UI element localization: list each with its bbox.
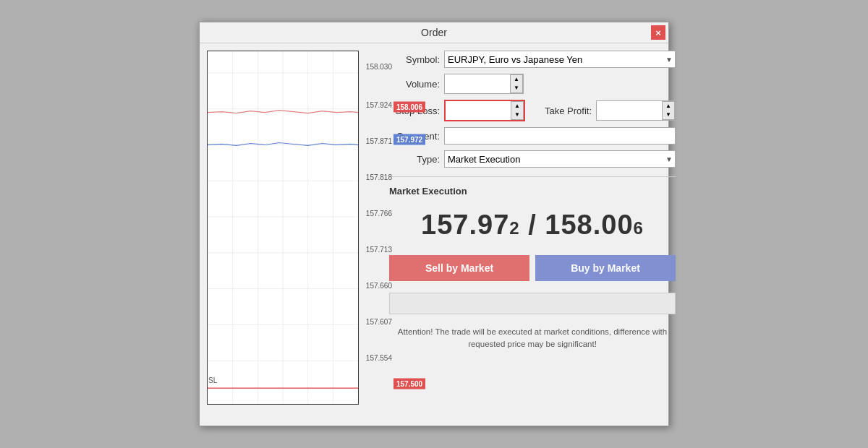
chart-label-5: 157.766 [366,210,392,217]
buy-by-market-button[interactable]: Buy by Market [535,255,676,281]
bid-price-main: 157.97 [421,210,509,240]
dialog-content: 158.030 157.924 157.871 157.818 157.766 … [200,43,668,414]
volume-down-button[interactable]: ▼ [511,84,522,92]
take-profit-label: Take Profit: [534,105,592,116]
attention-text: Attention! The trade will be executed at… [389,326,676,351]
chart-svg [208,51,358,404]
sl-tp-row: Stop Loss: 157.500 ▲ ▼ Take Profit: 0.00… [389,100,676,121]
chart-label-3: 157.871 [366,137,392,145]
take-profit-down-button[interactable]: ▼ [663,111,674,119]
take-profit-spinner-buttons: ▲ ▼ [662,101,675,120]
type-select[interactable]: Market Execution [444,150,676,168]
stop-loss-input[interactable]: 157.500 [446,101,511,120]
volume-input[interactable]: 1.00 [445,74,510,92]
dialog-title: Order [421,27,447,38]
stop-loss-up-button[interactable]: ▲ [511,102,523,111]
form-divider [389,176,676,177]
chart-label-1: 158.030 [366,63,392,71]
ask-price-small: 6 [634,218,644,238]
volume-up-button[interactable]: ▲ [511,75,522,84]
ask-price-main: 158.00 [545,210,633,240]
volume-spinner: 1.00 ▲ ▼ [444,74,524,94]
sell-by-market-button[interactable]: Sell by Market [389,255,529,281]
price-separator: / [528,210,545,240]
comment-row: Comment: [389,127,676,145]
sl-chart-label: SL [208,376,217,384]
symbol-label: Symbol: [389,54,440,65]
volume-label: Volume: [389,79,440,90]
type-row: Type: Market Execution ▼ [389,150,676,168]
take-profit-up-button[interactable]: ▲ [663,102,674,111]
chart-label-6: 157.713 [366,246,392,254]
close-button[interactable]: × [651,25,665,40]
chart-label-9: 157.554 [366,354,392,362]
type-label: Type: [389,154,440,165]
comment-input[interactable] [444,127,676,145]
symbol-select-wrapper: EURJPY, Euro vs Japanese Yen ▼ [444,51,676,68]
title-bar: Order × [200,22,668,43]
stop-loss-spinner-buttons: ▲ ▼ [511,101,524,120]
chart-area: 158.030 157.924 157.871 157.818 157.766 … [207,51,373,407]
trade-buttons: Sell by Market Buy by Market [389,255,676,281]
symbol-select[interactable]: EURJPY, Euro vs Japanese Yen [444,51,676,68]
price-display: 157.972 / 158.006 [389,210,676,241]
neutral-button[interactable] [389,293,676,314]
stop-loss-down-button[interactable]: ▼ [511,111,523,119]
price-chart [207,51,359,405]
form-area: Symbol: EURJPY, Euro vs Japanese Yen ▼ V… [382,51,676,407]
chart-label-4: 157.818 [366,173,392,181]
chart-price-labels: 158.030 157.924 157.871 157.818 157.766 … [360,51,392,405]
chart-label-8: 157.607 [366,318,392,326]
sl-badge: 157.500 [393,379,425,389]
volume-spinner-buttons: ▲ ▼ [510,74,523,93]
volume-row: Volume: 1.00 ▲ ▼ [389,74,676,94]
market-execution-label: Market Execution [389,186,676,197]
chart-label-2: 157.924 [366,101,392,109]
chart-label-7: 157.660 [366,282,392,290]
bid-badge: 157.972 [393,134,425,145]
ask-badge: 158.006 [393,102,425,113]
stop-loss-wrapper: 157.500 ▲ ▼ [444,100,525,121]
order-dialog: Order × [199,22,669,426]
take-profit-input[interactable]: 0.000 [597,101,662,119]
type-select-wrapper: Market Execution ▼ [444,150,676,168]
bid-price-small: 2 [509,218,519,238]
symbol-row: Symbol: EURJPY, Euro vs Japanese Yen ▼ [389,51,676,68]
take-profit-spinner: 0.000 ▲ ▼ [596,100,676,121]
